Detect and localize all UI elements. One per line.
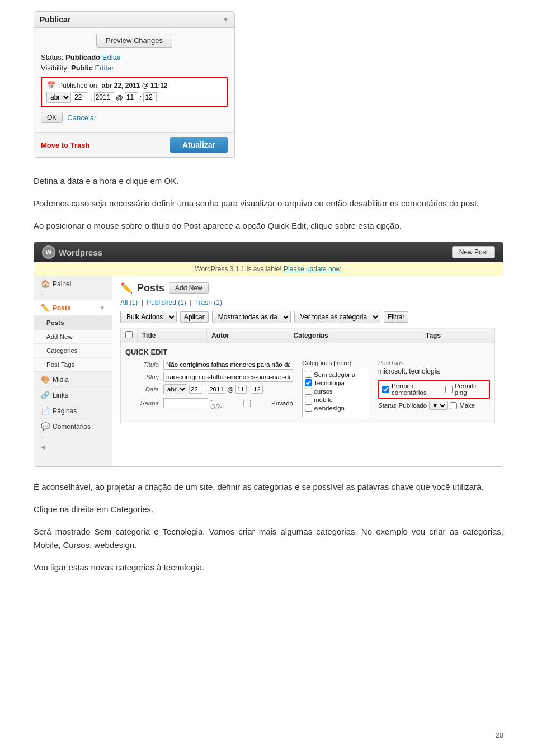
qe-categories: Categories [more] Sem categoria	[302, 360, 369, 418]
qe-privado-checkbox[interactable]	[225, 400, 270, 407]
publish-date-box: 📅 Published on: abr 22, 2011 @ 11:12 abr…	[41, 77, 228, 107]
cat-tecnologia-checkbox[interactable]	[305, 379, 312, 386]
update-button[interactable]: Atualizar	[170, 137, 228, 153]
comentarios-icon: 💬	[41, 422, 50, 431]
posts-title-icon: ✏️	[120, 282, 133, 294]
sidebar-painel-label: Painel	[53, 280, 71, 288]
expand-icon: ◀	[41, 444, 45, 450]
new-post-button[interactable]: New Post	[452, 246, 495, 258]
page-number: 20	[496, 731, 503, 739]
qe-month-select[interactable]: abr	[163, 384, 187, 394]
col-checkbox	[121, 328, 138, 343]
add-new-button[interactable]: Add New	[169, 282, 209, 294]
preview-changes-button[interactable]: Preview Changes	[96, 34, 172, 48]
mostrar-select[interactable]: Mostrar todas as da	[212, 311, 291, 323]
status-edit-link[interactable]: Editar	[102, 53, 121, 62]
sidebar-categories-label: Categories	[46, 347, 78, 354]
qe-categories-col: Categories [more] Sem categoria	[302, 360, 369, 418]
visibility-edit-link[interactable]: Editar	[95, 64, 114, 72]
qe-data-label: Data	[125, 386, 159, 393]
status-line: Status: Publicado Editar	[41, 53, 228, 62]
year-input[interactable]	[94, 92, 114, 102]
make-checkbox[interactable]	[450, 402, 457, 409]
cat-cursos-checkbox[interactable]	[305, 388, 312, 395]
cat-webdesign-checkbox[interactable]	[305, 404, 312, 412]
categories-list[interactable]: Sem categoria Tecnologia	[302, 368, 369, 418]
select-all-checkbox[interactable]	[125, 331, 133, 338]
publish-title: Publicar	[40, 15, 70, 24]
date-label: 📅 Published on: abr 22, 2011 @ 11:12	[46, 81, 222, 89]
sidebar-posts-label: Posts	[53, 304, 71, 312]
col-categorias-header: Categorias	[289, 328, 421, 343]
sidebar-item-comentarios[interactable]: 💬 Comentários	[34, 419, 112, 434]
toggle-icon[interactable]: ▼	[223, 16, 229, 23]
filter-all-link[interactable]: All (1)	[120, 299, 138, 306]
qe-status-label: Status	[378, 402, 397, 409]
qe-privado-text: Privado	[271, 400, 293, 407]
sidebar-subitem-categories[interactable]: Categories	[34, 344, 112, 358]
cat-webdesign-label: webdesign	[314, 405, 345, 412]
quick-edit-header: QUICK EDIT	[125, 348, 490, 356]
sidebar-item-midia[interactable]: 🎨 Midia	[34, 372, 112, 388]
qe-senha-row: -OR- Privado	[163, 396, 293, 410]
date-inputs: abr , @ :	[46, 92, 222, 103]
visibility-line: Visibility: Public Editar	[41, 64, 228, 72]
sidebar-item-posts[interactable]: ✏️ Posts ▼	[34, 300, 112, 316]
paragraph-2: Podemos caso seja necessário definir uma…	[34, 197, 503, 210]
wp-logo-icon: W	[42, 245, 55, 259]
month-select[interactable]: abr	[46, 92, 71, 103]
wp-logo-text: Wordpress	[59, 248, 102, 257]
cat-item-webdesign: webdesign	[305, 404, 366, 412]
quick-edit-row: QUICK EDIT Titulo Slug	[121, 343, 495, 423]
cat-item-mobile: mobile	[305, 396, 366, 403]
sidebar-item-painel[interactable]: 🏠 Painel	[34, 276, 112, 292]
day-input[interactable]	[73, 92, 88, 102]
links-icon: 🔗	[41, 391, 50, 399]
update-link[interactable]: Please update now.	[284, 265, 342, 273]
permit-comentarios-checkbox[interactable]	[382, 386, 389, 393]
qe-year-input[interactable]	[208, 385, 225, 394]
qe-titulo-input[interactable]	[163, 360, 293, 370]
filter-trash-link[interactable]: Trash (1)	[195, 299, 222, 306]
bulk-actions-select[interactable]: Bulk Actions	[120, 311, 177, 323]
permit-ping-checkbox[interactable]	[445, 386, 453, 393]
sidebar-item-paginas[interactable]: 📄 Páginas	[34, 403, 112, 419]
hour-input[interactable]	[125, 92, 138, 102]
qe-senha-input[interactable]	[163, 398, 208, 408]
filtrar-button[interactable]: Filtrar	[384, 311, 409, 323]
qe-min-input[interactable]	[252, 385, 263, 394]
sidebar-subitem-posttags[interactable]: Post Tags	[34, 358, 112, 372]
cat-sem-checkbox[interactable]	[305, 371, 312, 378]
qe-slug-input[interactable]	[163, 372, 293, 382]
wp-sidebar: 🏠 Painel * ✏️ Posts ▼ Posts Add New Cate…	[34, 276, 112, 466]
categories-label: Categories [more]	[302, 360, 369, 366]
sidebar-comentarios-label: Comentários	[53, 423, 91, 431]
qe-privado-label: Privado	[225, 400, 293, 407]
sidebar-paginas-label: Páginas	[53, 407, 77, 415]
qe-status-select[interactable]: ▼	[429, 401, 447, 410]
aplicar-button[interactable]: Aplicar	[180, 311, 209, 323]
qe-titulo-label: Titulo	[125, 361, 159, 368]
posts-heading: Posts	[137, 282, 164, 294]
update-text: WordPress 3.1.1 is available!	[195, 265, 284, 273]
sidebar-subitem-posts[interactable]: Posts	[34, 316, 112, 330]
sidebar-subitem-addnew[interactable]: Add New	[34, 330, 112, 344]
status-label: Status:	[41, 53, 63, 62]
min-input[interactable]	[143, 92, 157, 102]
qe-status-value: Publicado	[399, 402, 427, 409]
sidebar-item-links[interactable]: 🔗 Links	[34, 388, 112, 403]
cancel-link[interactable]: Cancelar	[67, 114, 96, 122]
qe-day-input[interactable]	[189, 385, 202, 394]
qe-form: Titulo Slug Data abr	[125, 360, 293, 410]
posts-icon: ✏️	[41, 304, 50, 312]
move-to-trash-link[interactable]: Move to Trash	[41, 141, 90, 149]
cat-mobile-checkbox[interactable]	[305, 396, 312, 403]
qe-hour-input[interactable]	[235, 385, 247, 394]
ok-button[interactable]: OK	[41, 112, 63, 123]
filter-published-link[interactable]: Published (1)	[147, 299, 186, 306]
filter-bar: All (1) | Published (1) | Trash (1)	[120, 299, 495, 306]
visibility-value: Public	[71, 64, 93, 72]
cat-tecnologia-label: Tecnologia	[314, 380, 345, 386]
sidebar-posts-sub-label: Posts	[46, 319, 64, 326]
ver-select[interactable]: Ver todas as categoria	[294, 311, 380, 323]
